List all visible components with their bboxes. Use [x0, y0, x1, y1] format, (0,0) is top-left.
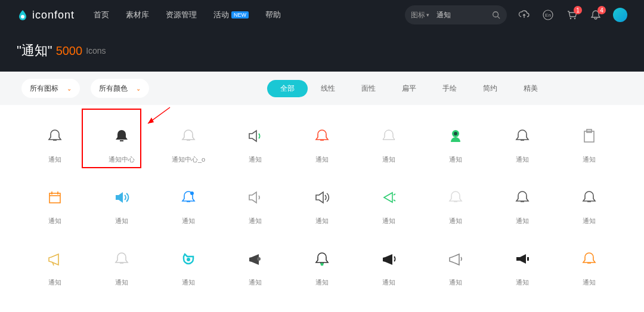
icon-label: 通知中心 — [109, 155, 135, 164]
search-button[interactable] — [488, 7, 504, 23]
svg-rect-32 — [527, 257, 529, 261]
cloud-upload-icon[interactable] — [518, 8, 531, 21]
icon-item-3[interactable]: 通知 — [222, 119, 289, 169]
user-avatar[interactable] — [613, 8, 627, 22]
speaker-sound-icon — [310, 186, 334, 209]
svg-point-31 — [321, 263, 324, 266]
bell-light-icon — [110, 247, 134, 271]
icon-item-24[interactable]: 通知 — [422, 242, 489, 292]
bell-outline-icon — [510, 186, 534, 209]
bell-blue-icon — [177, 186, 200, 209]
icon-item-22[interactable]: 通知 — [289, 242, 355, 292]
calendar-icon — [43, 186, 67, 209]
icon-label: 通知 — [249, 278, 262, 287]
style-tab-5[interactable]: 简约 — [470, 80, 510, 97]
search-query: "通知" — [17, 42, 52, 60]
icon-label: 通知 — [583, 278, 596, 287]
icon-label: 通知 — [48, 217, 61, 225]
svg-text:En: En — [545, 13, 551, 18]
icon-label: 通知 — [382, 217, 395, 225]
icon-item-12[interactable]: 通知 — [222, 181, 289, 230]
nav-resource[interactable]: 资源管理 — [166, 10, 197, 20]
icon-item-0[interactable]: 通知 — [21, 119, 88, 169]
svg-point-21 — [190, 191, 194, 195]
filter-icon-type[interactable]: 所有图标⌄ — [21, 79, 80, 98]
icon-item-13[interactable]: 通知 — [289, 181, 355, 230]
brand-text: iconfont — [32, 9, 75, 21]
icon-label: 通知 — [382, 155, 395, 164]
style-tab-2[interactable]: 面性 — [348, 80, 389, 97]
clipboard-icon — [577, 124, 601, 148]
search-title-bar: "通知" 5000 Icons — [0, 30, 644, 72]
svg-point-28 — [187, 258, 190, 261]
bell-outline-icon — [43, 124, 67, 148]
header-actions: En 1 4 — [518, 8, 627, 22]
icon-item-25[interactable]: 通知 — [489, 242, 556, 292]
icon-item-4[interactable]: 通知 — [289, 119, 355, 169]
megaphone-dark-icon — [243, 247, 267, 271]
icon-label: 通知 — [516, 155, 529, 164]
style-tab-4[interactable]: 手绘 — [429, 80, 470, 97]
style-tab-3[interactable]: 扁平 — [389, 80, 429, 97]
language-icon[interactable]: En — [541, 8, 555, 21]
icon-item-1[interactable]: 通知中心 — [88, 119, 155, 169]
bell-green-dot-icon — [310, 247, 334, 271]
icon-grid: 通知通知中心通知中心_o通知通知通知通知通知通知通知通知通知通知通知通知通知通知… — [0, 105, 644, 306]
icon-label: 通知 — [315, 217, 329, 225]
person-green-icon — [444, 124, 467, 148]
logo[interactable]: iconfont — [17, 9, 75, 21]
bell-faded-icon — [444, 186, 467, 209]
svg-point-1 — [493, 12, 499, 17]
icon-item-15[interactable]: 通知 — [422, 181, 489, 230]
search-input[interactable] — [434, 11, 488, 19]
icon-item-7[interactable]: 通知 — [489, 119, 556, 169]
icon-item-8[interactable]: 通知 — [556, 119, 623, 169]
icon-item-18[interactable]: 通知 — [21, 242, 88, 292]
icon-item-20[interactable]: 通知 — [155, 242, 222, 292]
style-tab-0[interactable]: 全部 — [267, 80, 308, 97]
main-nav: 首页 素材库 资源管理 活动NEW 帮助 — [94, 10, 281, 20]
icon-label: 通知 — [182, 217, 195, 225]
nav-home[interactable]: 首页 — [94, 10, 109, 20]
cart-icon[interactable]: 1 — [565, 8, 578, 21]
style-tab-1[interactable]: 线性 — [308, 80, 348, 97]
megaphone-square-icon — [510, 247, 534, 271]
search-selector[interactable]: 图标 ▾ — [411, 10, 434, 20]
svg-point-5 — [570, 18, 571, 19]
icon-item-11[interactable]: 通知 — [155, 181, 222, 230]
megaphone-fill-icon — [377, 247, 401, 271]
icon-item-26[interactable]: 通知 — [556, 242, 623, 292]
icon-item-17[interactable]: 通知 — [556, 181, 623, 230]
icon-item-14[interactable]: 通知 — [355, 181, 422, 230]
bell-light-icon — [177, 124, 200, 148]
result-count: 5000 — [56, 44, 83, 58]
nav-help[interactable]: 帮助 — [265, 10, 281, 20]
filter-color[interactable]: 所有颜色⌄ — [91, 79, 149, 98]
cart-badge: 1 — [574, 6, 582, 14]
icon-item-2[interactable]: 通知中心_o — [155, 119, 222, 169]
icon-item-5[interactable]: 通知 — [355, 119, 422, 169]
icon-item-6[interactable]: 通知 — [422, 119, 489, 169]
icon-label: 通知 — [382, 278, 395, 287]
icon-item-19[interactable]: 通知 — [88, 242, 155, 292]
svg-point-6 — [574, 18, 575, 19]
nav-library[interactable]: 素材库 — [126, 10, 149, 20]
icon-label: 通知 — [48, 278, 61, 287]
megaphone-outline-icon — [444, 247, 467, 271]
svg-rect-16 — [49, 193, 60, 203]
style-tab-6[interactable]: 精美 — [510, 80, 551, 97]
bell-orange-icon — [577, 247, 601, 271]
icon-item-21[interactable]: 通知 — [222, 242, 289, 292]
bell-icon[interactable]: 4 — [589, 8, 602, 21]
icon-label: 通知 — [449, 217, 462, 225]
bell-outline-icon — [510, 124, 534, 148]
icon-label: 通知 — [315, 278, 329, 287]
svg-rect-8 — [120, 140, 123, 141]
icon-item-10[interactable]: 通知 — [88, 181, 155, 230]
svg-point-29 — [257, 257, 261, 261]
icon-label: 通知 — [449, 155, 462, 164]
icon-item-9[interactable]: 通知 — [21, 181, 88, 230]
icon-item-23[interactable]: 通知 — [355, 242, 422, 292]
icon-item-16[interactable]: 通知 — [489, 181, 556, 230]
nav-activity[interactable]: 活动NEW — [213, 10, 249, 20]
